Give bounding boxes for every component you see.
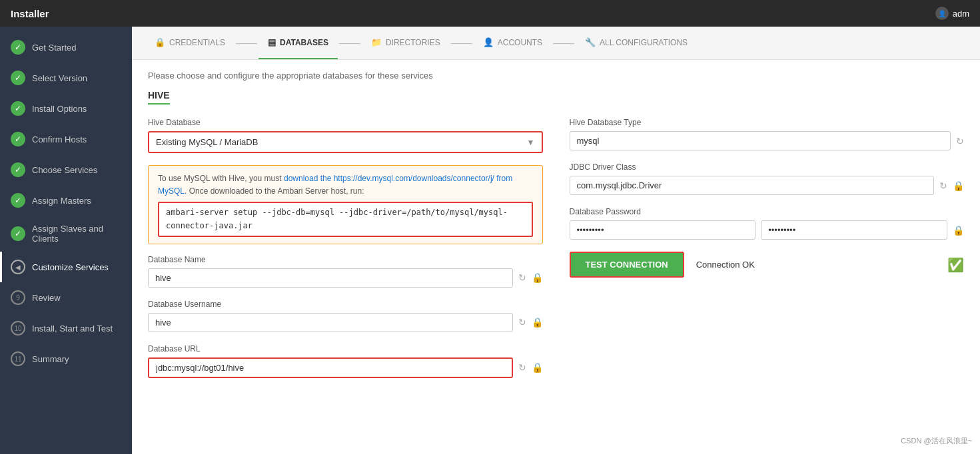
- refresh-icon-jdbc[interactable]: ↻: [939, 180, 947, 191]
- tab-all-configs[interactable]: 🔧 ALL CONFIGURATIONS: [576, 27, 697, 59]
- lock-icon-user[interactable]: 🔒: [532, 317, 543, 328]
- step-circle-5: ✓: [11, 162, 25, 177]
- user-icon: 👤: [935, 7, 949, 20]
- step-circle-1: ✓: [11, 40, 25, 55]
- step-circle-6: ✓: [11, 193, 25, 208]
- sidebar-item-install-test[interactable]: 10 Install, Start and Test: [0, 313, 132, 343]
- hive-database-field-group: Hive Database Existing MySQL / MariaDB N…: [148, 118, 543, 153]
- sidebar-item-confirm-hosts[interactable]: ✓ Confirm Hosts: [0, 124, 132, 154]
- jdbc-class-input[interactable]: [570, 176, 935, 195]
- db-name-row: ↻ 🔒: [148, 268, 543, 288]
- db-type-input[interactable]: [570, 131, 951, 150]
- step-circle-11: 11: [11, 351, 25, 366]
- step-circle-7: ✓: [11, 226, 25, 241]
- sidebar-item-summary[interactable]: 11 Summary: [0, 343, 132, 374]
- sidebar-item-label: Install, Start and Test: [32, 324, 113, 334]
- tab-directories[interactable]: 📁 DIRECTORIES: [362, 27, 450, 59]
- watermark: CSDN @活在风浪里~: [901, 436, 972, 446]
- lock-icon[interactable]: 🔒: [532, 272, 543, 283]
- hive-database-label: Hive Database: [148, 118, 543, 127]
- db-password-row: 🔒: [570, 220, 965, 240]
- sidebar-item-assign-masters[interactable]: ✓ Assign Masters: [0, 185, 132, 216]
- folder-icon: 📁: [371, 37, 382, 47]
- two-column-layout: Hive Database Existing MySQL / MariaDB N…: [148, 118, 964, 390]
- sidebar-item-install-options[interactable]: ✓ Install Options: [0, 93, 132, 124]
- step-circle-3: ✓: [11, 101, 25, 116]
- db-url-row: ↻ 🔒: [148, 357, 543, 378]
- jdbc-class-row: ↻ 🔒: [570, 176, 965, 195]
- test-connection-row: TEST CONNECTION Connection OK ✅: [570, 252, 965, 278]
- db-name-field-group: Database Name ↻ 🔒: [148, 255, 543, 288]
- db-password-input[interactable]: [570, 220, 756, 240]
- refresh-icon-type[interactable]: ↻: [956, 136, 964, 146]
- db-password-field-group: Database Password 🔒: [570, 207, 965, 240]
- db-name-input[interactable]: [148, 268, 513, 288]
- sidebar-item-label: Assign Slaves and Clients: [32, 224, 121, 244]
- db-type-field-group: Hive Database Type ↻: [570, 118, 965, 150]
- step-circle-2: ✓: [11, 71, 25, 85]
- tab-sep-4: ——: [552, 37, 576, 49]
- sidebar-item-label: Customize Services: [32, 262, 109, 272]
- tab-sep-2: ——: [338, 37, 362, 49]
- sidebar-item-customize-services[interactable]: ◀ Customize Services: [0, 252, 132, 282]
- tab-all-configs-label: ALL CONFIGURATIONS: [600, 38, 688, 47]
- sidebar-item-label: Assign Masters: [32, 196, 91, 206]
- db-url-field-group: Database URL ↻ 🔒: [148, 344, 543, 378]
- db-username-field-group: Database Username ↻ 🔒: [148, 300, 543, 332]
- right-column: Hive Database Type ↻ JDBC Driver Class ↻…: [570, 118, 965, 390]
- left-column: Hive Database Existing MySQL / MariaDB N…: [148, 118, 543, 390]
- sidebar-item-label: Review: [32, 293, 61, 303]
- main-layout: ✓ Get Started ✓ Select Version ✓ Install…: [0, 27, 980, 454]
- page-description: Please choose and configure the appropri…: [148, 71, 964, 81]
- lock-icon-jdbc[interactable]: 🔒: [953, 180, 964, 191]
- person-icon: 👤: [483, 37, 494, 47]
- tab-sep-3: ——: [450, 37, 474, 49]
- sidebar-item-label: Choose Services: [32, 165, 97, 175]
- sidebar-item-select-version[interactable]: ✓ Select Version: [0, 63, 132, 93]
- sidebar-item-get-started[interactable]: ✓ Get Started: [0, 32, 132, 63]
- db-username-input[interactable]: [148, 313, 513, 332]
- refresh-icon-user[interactable]: ↻: [518, 317, 526, 328]
- db-type-row: ↻: [570, 131, 965, 150]
- lock-icon-password[interactable]: 🔒: [953, 225, 964, 236]
- content-area: 🔒 CREDENTIALS —— ▤ DATABASES —— 📁 DIRECT…: [132, 27, 980, 454]
- cmd-line: ambari-server setup --jdbc-db=mysql --jd…: [158, 202, 533, 236]
- jdbc-class-label: JDBC Driver Class: [570, 162, 965, 172]
- db-username-label: Database Username: [148, 300, 543, 309]
- refresh-icon[interactable]: ↻: [518, 272, 526, 283]
- hive-database-select-wrapper[interactable]: Existing MySQL / MariaDB New MySQL Datab…: [148, 131, 543, 153]
- sidebar-item-review[interactable]: 9 Review: [0, 282, 132, 313]
- jdbc-class-field-group: JDBC Driver Class ↻ 🔒: [570, 162, 965, 195]
- db-name-label: Database Name: [148, 255, 543, 264]
- user-menu[interactable]: 👤 adm: [935, 7, 969, 20]
- test-connection-button[interactable]: TEST CONNECTION: [570, 252, 684, 278]
- sidebar: ✓ Get Started ✓ Select Version ✓ Install…: [0, 27, 132, 454]
- sidebar-item-choose-services[interactable]: ✓ Choose Services: [0, 154, 132, 185]
- sidebar-item-label: Install Options: [32, 104, 87, 114]
- warning-text: To use MySQL with Hive, you must downloa…: [158, 174, 512, 196]
- lock-icon-url[interactable]: 🔒: [532, 362, 543, 373]
- username-label: adm: [953, 9, 969, 19]
- db-password-confirm-input[interactable]: [761, 220, 947, 240]
- tab-credentials[interactable]: 🔒 CREDENTIALS: [145, 27, 235, 59]
- connection-ok-icon: ✅: [947, 257, 964, 273]
- section-title: HIVE: [148, 90, 170, 105]
- warning-box: To use MySQL with Hive, you must downloa…: [148, 165, 543, 244]
- tab-sep-1: ——: [235, 37, 258, 49]
- db-url-input[interactable]: [148, 357, 513, 378]
- db-username-row: ↻ 🔒: [148, 313, 543, 332]
- sidebar-item-assign-slaves[interactable]: ✓ Assign Slaves and Clients: [0, 216, 132, 252]
- database-icon: ▤: [268, 37, 276, 47]
- step-circle-9: 9: [11, 290, 25, 305]
- refresh-icon-url[interactable]: ↻: [518, 362, 526, 373]
- tab-accounts[interactable]: 👤 ACCOUNTS: [474, 27, 552, 59]
- hive-database-select[interactable]: Existing MySQL / MariaDB New MySQL Datab…: [149, 132, 296, 152]
- tab-directories-label: DIRECTORIES: [386, 38, 440, 47]
- warning-link[interactable]: download the https://dev.mysql.com/downl…: [158, 174, 512, 196]
- lock-icon: 🔒: [155, 37, 165, 47]
- step-circle-8: ◀: [11, 260, 25, 274]
- step-circle-10: 10: [11, 321, 25, 336]
- sidebar-item-label: Confirm Hosts: [32, 134, 87, 144]
- app-title: Installer: [11, 8, 49, 19]
- tab-databases[interactable]: ▤ DATABASES: [258, 27, 338, 59]
